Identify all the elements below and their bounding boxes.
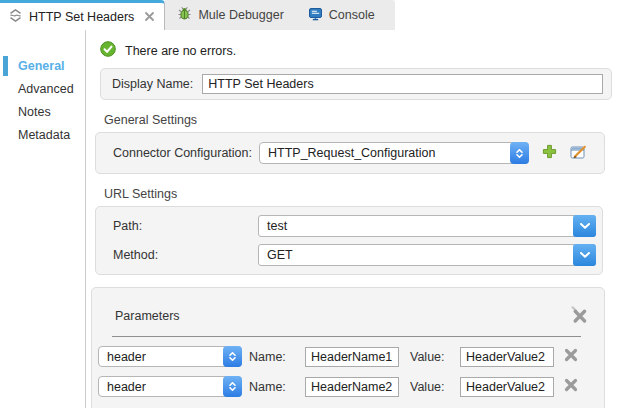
parameter-name-input[interactable]: [305, 347, 399, 367]
edit-icon: [570, 144, 588, 163]
combo-value: test: [267, 219, 287, 233]
method-row: Method: GET: [113, 244, 602, 266]
display-name-input[interactable]: [202, 74, 603, 94]
general-settings-group: Connector Configuration: HTTP_Request_Co…: [95, 132, 605, 174]
general-panel: There are no errors. Display Name: Gener…: [86, 30, 618, 408]
validation-status: There are no errors.: [100, 41, 612, 60]
chevron-down-icon: [573, 215, 596, 237]
tab-label: HTTP Set Headers: [29, 10, 134, 24]
close-icon[interactable]: [144, 11, 155, 22]
parameter-name-input[interactable]: [305, 377, 399, 397]
popup-stepper-icon: [510, 142, 529, 164]
method-combo[interactable]: GET: [258, 244, 596, 266]
parameter-row: header Name: Value:: [92, 346, 604, 367]
method-label: Method:: [113, 248, 258, 262]
console-icon: [308, 6, 323, 24]
name-label: Name:: [249, 380, 305, 394]
popup-stepper-icon: [223, 376, 242, 397]
parameters-group: Parameters header: [91, 287, 605, 408]
properties-sidebar: General Advanced Notes Metadata: [0, 30, 86, 408]
delete-parameter-button[interactable]: [564, 378, 578, 395]
tab-http-set-headers[interactable]: HTTP Set Headers: [0, 0, 165, 30]
tab-console[interactable]: Console: [296, 0, 387, 30]
inactive-tab-strip: Mule Debugger Console: [165, 0, 394, 30]
delete-x-icon: [564, 348, 578, 365]
parameters-title: Parameters: [115, 309, 180, 323]
tab-label: Mule Debugger: [198, 8, 283, 22]
selected-option-label: header: [107, 350, 146, 364]
url-settings-group: Path: test Method: GET: [95, 206, 603, 275]
value-label: Value:: [410, 350, 460, 364]
add-configuration-button[interactable]: [541, 143, 558, 163]
combo-value: GET: [267, 248, 293, 262]
parameter-type-select[interactable]: header: [98, 376, 242, 397]
display-name-group: Display Name:: [100, 68, 612, 100]
parameter-row: header Name: Value:: [92, 376, 604, 397]
tab-mule-debugger[interactable]: Mule Debugger: [165, 0, 295, 30]
plus-icon: [541, 143, 558, 163]
parameters-header: Parameters: [92, 305, 604, 327]
properties-editor-window: HTTP Set Headers Mule Debugger: [0, 0, 618, 408]
parameter-type-select[interactable]: header: [98, 346, 242, 367]
sidebar-item-advanced[interactable]: Advanced: [0, 81, 85, 97]
chevron-down-icon: [573, 244, 596, 266]
mule-flow-icon: [8, 8, 23, 26]
display-name-label: Display Name:: [112, 77, 193, 91]
path-label: Path:: [113, 219, 258, 233]
name-label: Name:: [249, 350, 305, 364]
remove-all-parameters-button[interactable]: [570, 305, 589, 327]
clear-x-icon: [570, 305, 589, 327]
bug-icon: [177, 6, 192, 24]
popup-stepper-icon: [223, 346, 242, 367]
tab-label: Console: [329, 8, 375, 22]
url-settings-title: URL Settings: [104, 187, 612, 201]
connector-configuration-select[interactable]: HTTP_Request_Configuration: [259, 142, 529, 164]
path-row: Path: test: [113, 215, 602, 237]
parameter-value-input[interactable]: [460, 377, 554, 397]
edit-configuration-button[interactable]: [570, 144, 588, 163]
selected-option-label: HTTP_Request_Configuration: [268, 146, 435, 160]
parameter-value-input[interactable]: [460, 347, 554, 367]
sidebar-item-metadata[interactable]: Metadata: [0, 127, 85, 143]
general-settings-title: General Settings: [104, 113, 612, 127]
connector-configuration-label: Connector Configuration:: [113, 146, 259, 160]
delete-parameter-button[interactable]: [564, 348, 578, 365]
path-combo[interactable]: test: [258, 215, 596, 237]
delete-x-icon: [564, 378, 578, 395]
divider: [112, 336, 581, 337]
editor-tab-bar: HTTP Set Headers Mule Debugger: [0, 0, 618, 30]
status-message: There are no errors.: [125, 44, 236, 58]
value-label: Value:: [410, 380, 460, 394]
selected-option-label: header: [107, 380, 146, 394]
sidebar-item-notes[interactable]: Notes: [0, 104, 85, 120]
success-check-icon: [100, 41, 116, 60]
sidebar-item-general[interactable]: General: [0, 58, 85, 74]
